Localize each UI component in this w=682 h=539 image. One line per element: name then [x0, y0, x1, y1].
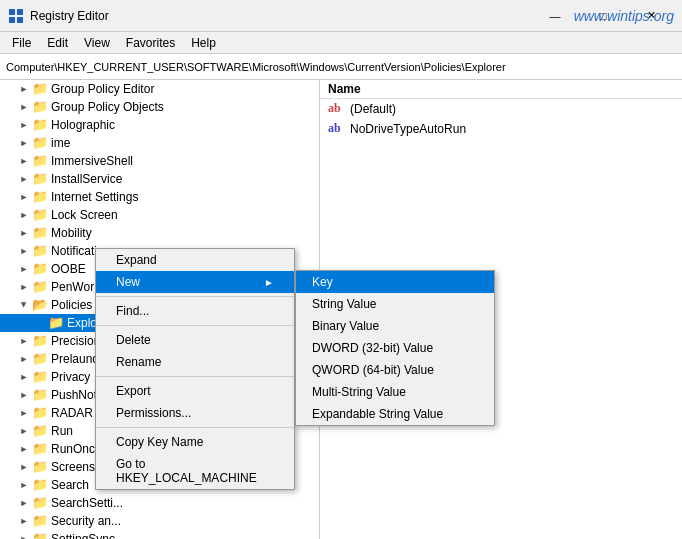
tree-item-settingsync[interactable]: ► 📁 SettingSync...	[0, 530, 319, 539]
menu-bar: File Edit View Favorites Help	[0, 32, 682, 54]
tree-arrow: ►	[16, 224, 32, 242]
folder-icon: 📁	[32, 189, 48, 205]
context-menu: Expand New ► Find... Delete Rename Expor…	[95, 248, 295, 490]
folder-icon: 📁	[32, 459, 48, 475]
svg-rect-0	[9, 9, 15, 15]
submenu-item-qword-value[interactable]: QWORD (64-bit) Value	[296, 359, 494, 381]
ctx-label-export: Export	[116, 384, 151, 398]
ctx-item-new[interactable]: New ►	[96, 271, 294, 293]
tree-item-lock-screen[interactable]: ► 📁 Lock Screen	[0, 206, 319, 224]
tree-label: Lock Screen	[51, 208, 118, 222]
tree-item-ime[interactable]: ► 📁 ime	[0, 134, 319, 152]
tree-arrow	[32, 314, 48, 332]
folder-icon: 📁	[32, 261, 48, 277]
tree-arrow: ►	[16, 278, 32, 296]
tree-item-immersiveshell[interactable]: ► 📁 ImmersiveShell	[0, 152, 319, 170]
tree-item-mobility[interactable]: ► 📁 Mobility	[0, 224, 319, 242]
submenu-label-expandable-string-value: Expandable String Value	[312, 407, 443, 421]
tree-item-group-policy-editor[interactable]: ► 📁 Group Policy Editor	[0, 80, 319, 98]
submenu-label-multi-string-value: Multi-String Value	[312, 385, 406, 399]
folder-icon: 📁	[32, 81, 48, 97]
tree-arrow: ►	[16, 170, 32, 188]
tree-item-group-policy-objects[interactable]: ► 📁 Group Policy Objects	[0, 98, 319, 116]
folder-icon: 📁	[32, 99, 48, 115]
menu-view[interactable]: View	[76, 34, 118, 52]
tree-label: InstallService	[51, 172, 122, 186]
folder-icon: 📁	[32, 135, 48, 151]
submenu-item-dword-value[interactable]: DWORD (32-bit) Value	[296, 337, 494, 359]
tree-arrow: ►	[16, 242, 32, 260]
folder-icon: 📁	[32, 333, 48, 349]
app-icon	[8, 8, 24, 24]
tree-item-searchsetti[interactable]: ► 📁 SearchSetti...	[0, 494, 319, 512]
ctx-label-new: New	[116, 275, 140, 289]
folder-icon: 📁	[32, 369, 48, 385]
ctx-item-find[interactable]: Find...	[96, 300, 294, 322]
tree-arrow: ►	[16, 476, 32, 494]
tree-arrow: ►	[16, 458, 32, 476]
ctx-item-copy-key-name[interactable]: Copy Key Name	[96, 431, 294, 453]
folder-icon: 📁	[32, 171, 48, 187]
tree-label: ime	[51, 136, 70, 150]
ctx-item-goto-hklm[interactable]: Go to HKEY_LOCAL_MACHINE	[96, 453, 294, 489]
tree-item-internet-settings[interactable]: ► 📁 Internet Settings	[0, 188, 319, 206]
menu-help[interactable]: Help	[183, 34, 224, 52]
ctx-item-export[interactable]: Export	[96, 380, 294, 402]
tree-arrow: ►	[16, 80, 32, 98]
menu-file[interactable]: File	[4, 34, 39, 52]
tree-item-installservice[interactable]: ► 📁 InstallService	[0, 170, 319, 188]
tree-label: Run	[51, 424, 73, 438]
folder-icon: 📁	[32, 225, 48, 241]
folder-icon: 📁	[32, 423, 48, 439]
tree-arrow: ►	[16, 188, 32, 206]
submenu-item-multi-string-value[interactable]: Multi-String Value	[296, 381, 494, 403]
minimize-button[interactable]: —	[532, 2, 578, 30]
tree-label: RADAR	[51, 406, 93, 420]
folder-icon: 📁	[32, 243, 48, 259]
watermark: www.wintips.org	[574, 8, 674, 24]
ctx-label-copy-key-name: Copy Key Name	[116, 435, 203, 449]
folder-open-icon: 📂	[32, 297, 48, 313]
tree-arrow: ►	[16, 404, 32, 422]
tree-arrow: ►	[16, 494, 32, 512]
tree-label: Mobility	[51, 226, 92, 240]
submenu-item-binary-value[interactable]: Binary Value	[296, 315, 494, 337]
registry-entry-default[interactable]: ab (Default)	[320, 99, 682, 119]
tree-item-holographic[interactable]: ► 📁 Holographic	[0, 116, 319, 134]
ctx-label-find: Find...	[116, 304, 149, 318]
submenu-item-key[interactable]: Key	[296, 271, 494, 293]
tree-label: SearchSetti...	[51, 496, 123, 510]
folder-icon: 📁	[32, 531, 48, 539]
ab-icon-default: ab	[328, 101, 344, 117]
tree-label: Privacy	[51, 370, 90, 384]
tree-arrow: ►	[16, 386, 32, 404]
folder-icon: 📁	[32, 279, 48, 295]
menu-favorites[interactable]: Favorites	[118, 34, 183, 52]
tree-label: OOBE	[51, 262, 86, 276]
tree-item-security-an[interactable]: ► 📁 Security an...	[0, 512, 319, 530]
folder-icon: 📁	[32, 495, 48, 511]
submenu-label-string-value: String Value	[312, 297, 376, 311]
right-panel-header: Name	[320, 80, 682, 99]
ctx-separator-2	[96, 325, 294, 326]
menu-edit[interactable]: Edit	[39, 34, 76, 52]
ctx-separator-4	[96, 427, 294, 428]
ctx-label-rename: Rename	[116, 355, 161, 369]
app-title: Registry Editor	[30, 9, 109, 23]
ctx-item-expand[interactable]: Expand	[96, 249, 294, 271]
tree-label: Group Policy Objects	[51, 100, 164, 114]
folder-icon: 📁	[32, 351, 48, 367]
tree-arrow: ►	[16, 530, 32, 539]
svg-rect-1	[17, 9, 23, 15]
registry-entry-nodrivetyp[interactable]: ab NoDriveTypeAutoRun	[320, 119, 682, 139]
submenu-item-expandable-string-value[interactable]: Expandable String Value	[296, 403, 494, 425]
tree-arrow-open: ►	[15, 297, 33, 313]
ctx-label-delete: Delete	[116, 333, 151, 347]
submenu: Key String Value Binary Value DWORD (32-…	[295, 270, 495, 426]
ctx-item-permissions[interactable]: Permissions...	[96, 402, 294, 424]
tree-arrow: ►	[16, 134, 32, 152]
ctx-item-delete[interactable]: Delete	[96, 329, 294, 351]
submenu-item-string-value[interactable]: String Value	[296, 293, 494, 315]
submenu-arrow: ►	[264, 277, 274, 288]
ctx-item-rename[interactable]: Rename	[96, 351, 294, 373]
